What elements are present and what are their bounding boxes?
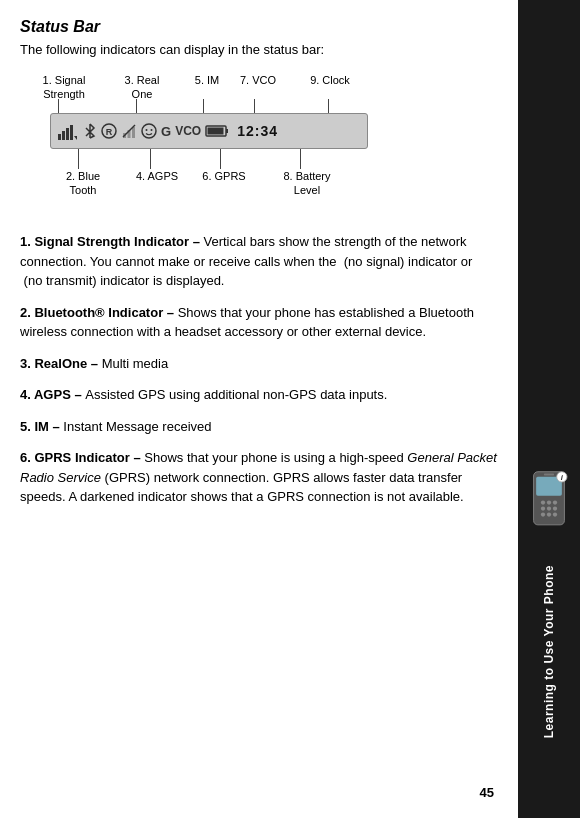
svg-rect-15 (208, 128, 224, 135)
svg-point-11 (146, 129, 148, 131)
no-signal-icon (121, 123, 137, 139)
label-clock: 9. Clock (305, 73, 355, 87)
page-number: 45 (480, 785, 494, 800)
indicator-6-label: 6. GPRS Indicator – (20, 450, 144, 465)
label-im: 5. IM (192, 73, 222, 87)
svg-point-26 (553, 512, 557, 516)
svg-point-10 (142, 124, 156, 138)
indicator-4: 4. AGPS – Assisted GPS using additional … (20, 385, 498, 405)
label-signal-strength: 1. SignalStrength (38, 73, 90, 102)
svg-point-23 (553, 506, 557, 510)
svg-point-19 (547, 500, 551, 504)
indicator-2: 2. Bluetooth® Indicator – Shows that you… (20, 303, 498, 342)
conn-vco (254, 99, 255, 113)
phone-icon: i (526, 470, 572, 533)
svg-point-21 (541, 506, 545, 510)
signal-bars-icon (57, 120, 79, 142)
svg-point-22 (547, 506, 551, 510)
indicator-5-label: 5. IM – (20, 419, 63, 434)
indicator-1-label: 1. Signal Strength Indicator – (20, 234, 203, 249)
svg-point-25 (547, 512, 551, 516)
indicator-4-label: 4. AGPS – (20, 387, 85, 402)
svg-rect-2 (66, 128, 69, 140)
label-vco: 7. VCO (238, 73, 278, 87)
label-agps: 4. AGPS (132, 169, 182, 183)
svg-point-18 (541, 500, 545, 504)
vco-text: VCO (175, 124, 201, 138)
conn-signal (58, 99, 59, 113)
indicator-3: 3. RealOne – Multi media (20, 354, 498, 374)
svg-point-12 (151, 129, 153, 131)
status-bar-visual: R G VCO (50, 113, 368, 149)
gprs-g-icon: G (161, 124, 171, 139)
section-title: Status Bar (20, 18, 498, 36)
svg-rect-9 (132, 127, 135, 138)
svg-rect-7 (123, 133, 126, 138)
conn-agps-bot (150, 149, 151, 169)
bluetooth-icon (83, 122, 97, 140)
conn-clock (328, 99, 329, 113)
svg-rect-8 (128, 130, 131, 138)
sidebar: i Learning to Use Your Phone (518, 0, 580, 818)
label-battery: 8. BatteryLevel (278, 169, 336, 198)
sidebar-label: Learning to Use Your Phone (542, 565, 556, 738)
conn-bt-bot (78, 149, 79, 169)
indicator-5: 5. IM – Instant Message received (20, 417, 498, 437)
label-bluetooth: 2. BlueTooth (60, 169, 106, 198)
conn-battery-bot (300, 149, 301, 169)
conn-gprs-bot (220, 149, 221, 169)
clock-display: 12:34 (237, 123, 278, 139)
label-real-one: 3. RealOne (122, 73, 162, 102)
section-subtitle: The following indicators can display in … (20, 42, 498, 57)
label-gprs: 6. GPRS (200, 169, 248, 183)
realone-icon: R (101, 123, 117, 139)
conn-realone (136, 99, 137, 113)
status-bar-diagram: 1. SignalStrength 3. RealOne 5. IM 7. VC… (20, 71, 498, 216)
svg-rect-1 (62, 131, 65, 140)
indicator-3-label: 3. RealOne – (20, 356, 102, 371)
indicator-1: 1. Signal Strength Indicator – Vertical … (20, 232, 498, 291)
svg-rect-3 (70, 125, 73, 140)
svg-rect-14 (226, 129, 228, 133)
indicator-6: 6. GPRS Indicator – Shows that your phon… (20, 448, 498, 507)
svg-text:R: R (106, 127, 113, 137)
conn-im (203, 99, 204, 113)
battery-icon (205, 124, 229, 138)
im-icon (141, 123, 157, 139)
indicator-2-label: 2. Bluetooth® Indicator – (20, 305, 178, 320)
svg-point-20 (553, 500, 557, 504)
svg-rect-27 (544, 473, 554, 475)
svg-rect-0 (58, 134, 61, 140)
svg-point-24 (541, 512, 545, 516)
